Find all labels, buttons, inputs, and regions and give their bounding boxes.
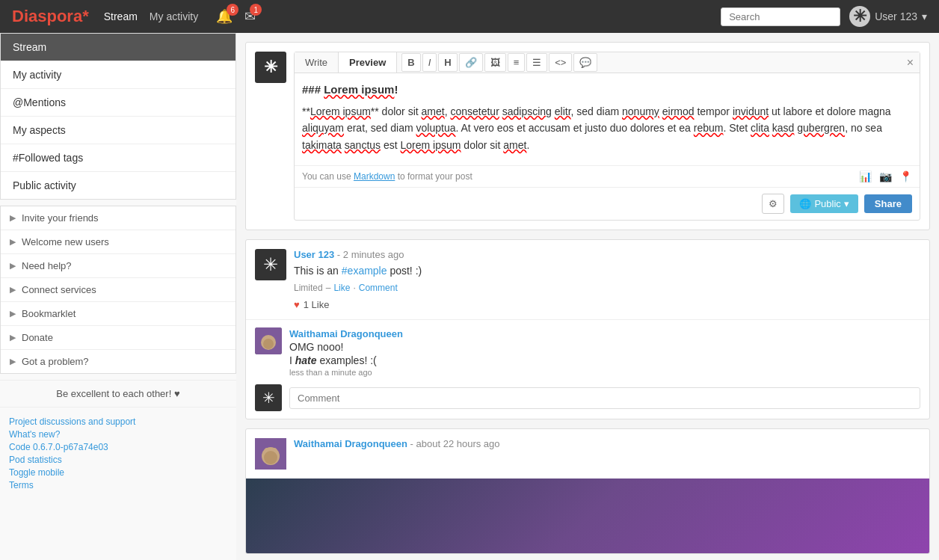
publisher-body: Write Preview B I H 🔗 🖼 ≡ ☰ <> 💬 × [294,52,920,221]
comment-avatar-dragonqueen [255,327,282,354]
comment-link[interactable]: Comment [359,283,398,293]
publisher-heading: ### Lorem ipsum! [302,81,912,99]
comment-input-row: ✳ [255,384,920,411]
arrow-icon: ▶ [10,237,16,247]
share-button[interactable]: Share [864,194,912,213]
image-button[interactable]: 🖼 [484,53,506,72]
list-button[interactable]: ☰ [526,53,547,72]
post-author-1[interactable]: User 123 [294,249,334,260]
publisher-content[interactable]: ### Lorem ipsum! **Lorem ipsum** dolor s… [295,73,920,165]
sidebar: Stream My activity @Mentions My aspects … [0,33,236,560]
comment-body-1: Waithamai Dragonqueen OMG nooo! I hate e… [289,327,920,377]
post-actions-1: Limited – Like · Comment [294,283,920,293]
post-image-2 [246,479,929,553]
comment-input[interactable] [289,387,920,409]
settings-gear-button[interactable]: ⚙ [762,194,784,214]
post-visibility: Limited [294,283,323,293]
quote-button[interactable]: 💬 [573,53,597,72]
sidebar-links: ▶ Invite your friends ▶ Welcome new user… [0,206,236,374]
svg-point-4 [263,339,274,349]
heading-button[interactable]: H [438,53,457,72]
arrow-icon: ▶ [10,261,16,271]
nav-stream[interactable]: Stream [104,10,138,22]
post-text-1: This is an #example post! :) [294,265,920,277]
sidebar-link-welcome-new-users[interactable]: ▶ Welcome new users [1,230,235,254]
footer-link-code[interactable]: Code 0.6.7.0-p67a74e03 [9,442,227,452]
tab-preview[interactable]: Preview [339,52,397,73]
align-button[interactable]: ≡ [508,53,526,72]
code-button[interactable]: <> [549,53,572,72]
sidebar-item-stream[interactable]: Stream [1,34,235,61]
public-chevron-icon: ▾ [844,198,849,209]
post-time-2: - about 22 hours ago [410,438,500,449]
sidebar-nav: Stream My activity @Mentions My aspects … [0,33,236,200]
publisher-text: **Lorem ipsum** dolor sit amet, consetet… [302,103,912,153]
link-button[interactable]: 🔗 [459,53,483,72]
post-avatar-dragonqueen [255,438,286,470]
sidebar-item-mentions[interactable]: @Mentions [1,89,235,117]
post-header-1: ✳ User 123 - 2 minutes ago This is an #e… [246,240,929,319]
comment-1: Waithamai Dragonqueen OMG nooo! I hate e… [255,327,920,377]
publisher-panel: ✳ Write Preview B I H 🔗 🖼 ≡ ☰ <> 💬 [245,42,930,230]
publisher-tabs: Write Preview B I H 🔗 🖼 ≡ ☰ <> 💬 × [295,52,920,73]
public-dropdown-button[interactable]: 🌐 Public ▾ [790,194,858,213]
nav-icon-group: 🔔 6 ✉ 1 [216,8,256,25]
post-meta-1: User 123 - 2 minutes ago [294,249,920,260]
svg-point-9 [264,451,277,464]
post-header-2: Waithamai Dragonqueen - about 22 hours a… [246,429,929,479]
sidebar-item-my-aspects[interactable]: My aspects [1,117,235,144]
publisher-footer: ⚙ 🌐 Public ▾ Share [295,187,920,220]
italic-button[interactable]: I [422,53,437,72]
main-layout: Stream My activity @Mentions My aspects … [0,33,939,560]
user-menu[interactable]: ✳ User 123 ▾ [849,6,927,27]
markdown-link[interactable]: Markdown [354,171,395,182]
post-author-2[interactable]: Waithamai Dragonqueen [294,438,407,449]
post-meta-2: Waithamai Dragonqueen - about 22 hours a… [294,438,920,449]
footer-link-whats-new[interactable]: What's new? [9,429,227,440]
sidebar-link-connect-services[interactable]: ▶ Connect services [1,278,235,302]
notifications-badge: 6 [227,4,238,16]
comment-author-1[interactable]: Waithamai Dragonqueen [289,328,403,339]
footer-link-terms[interactable]: Terms [9,480,227,490]
footer-link-project-discussions[interactable]: Project discussions and support [9,416,227,427]
photo-icon[interactable]: 📷 [879,170,892,182]
nav-my-activity[interactable]: My activity [150,10,198,22]
comment-text-hate: I hate examples! :( [289,354,920,366]
brand-text: Diaspora* [12,7,89,25]
poll-icon[interactable]: 📊 [859,170,872,182]
sidebar-link-bookmarklet[interactable]: ▶ Bookmarklet [1,302,235,326]
user-label: User 123 [875,10,917,22]
comment-input-asterisk-icon: ✳ [262,389,275,407]
sidebar-motto: Be excellent to each other! ♥ [0,380,236,407]
post-tag-example[interactable]: #example [342,265,387,277]
like-link[interactable]: Like [333,283,350,293]
messages-envelope-icon[interactable]: ✉ 1 [244,8,256,25]
publisher-close-icon[interactable]: × [901,56,920,70]
comment-section-1: Waithamai Dragonqueen OMG nooo! I hate e… [246,319,929,419]
notifications-bell-icon[interactable]: 🔔 6 [216,8,233,25]
post-avatar-dragonqueen-image [255,438,286,470]
bold-button[interactable]: B [401,53,420,72]
footer-link-pod-stats[interactable]: Pod statistics [9,455,227,465]
sidebar-item-public-activity[interactable]: Public activity [1,172,235,199]
post-avatar-asterisk-icon: ✳ [263,254,278,275]
post-body-2: Waithamai Dragonqueen - about 22 hours a… [294,438,920,454]
sidebar-link-invite-friends[interactable]: ▶ Invite your friends [1,206,235,230]
hint-suffix: to format your post [398,171,472,182]
sidebar-item-my-activity[interactable]: My activity [1,61,235,89]
post-avatar-user123: ✳ [255,249,286,280]
sidebar-link-got-problem[interactable]: ▶ Got a problem? [1,350,235,373]
tab-write[interactable]: Write [295,52,339,73]
sidebar-link-need-help[interactable]: ▶ Need help? [1,254,235,278]
brand-logo[interactable]: Diaspora* [12,7,89,26]
arrow-icon: ▶ [10,309,16,319]
search-input[interactable] [721,7,840,26]
footer-link-toggle-mobile[interactable]: Toggle mobile [9,467,227,478]
hint-text: You can use [302,171,351,182]
publisher-avatar-asterisk-icon: ✳ [264,59,277,76]
location-icon[interactable]: 📍 [899,170,912,182]
post-card-1: ✳ User 123 - 2 minutes ago This is an #e… [245,239,930,419]
sidebar-item-followed-tags[interactable]: #Followed tags [1,144,235,172]
sidebar-link-donate[interactable]: ▶ Donate [1,326,235,350]
post-likes-1: ♥ 1 Like [294,299,920,310]
